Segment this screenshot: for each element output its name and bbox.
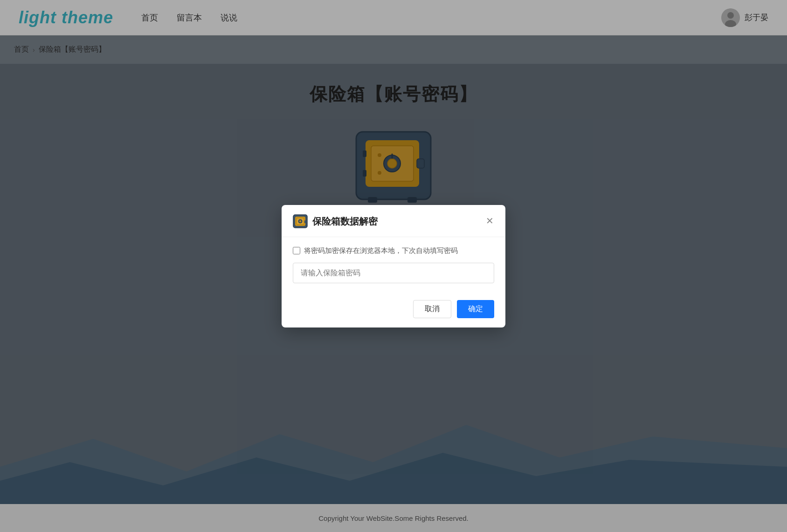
modal-footer: 取消 确定 xyxy=(282,293,505,327)
modal-overlay: 保险箱数据解密 ✕ 将密码加密保存在浏览器本地，下次自动填写密码 取消 确定 xyxy=(0,0,787,532)
modal-header: 保险箱数据解密 ✕ xyxy=(282,205,505,237)
confirm-button[interactable]: 确定 xyxy=(457,300,494,318)
save-password-row: 将密码加密保存在浏览器本地，下次自动填写密码 xyxy=(293,246,494,255)
save-password-label[interactable]: 将密码加密保存在浏览器本地，下次自动填写密码 xyxy=(304,246,458,255)
cancel-button[interactable]: 取消 xyxy=(413,300,451,318)
modal-safe-icon xyxy=(293,214,308,229)
decrypt-modal: 保险箱数据解密 ✕ 将密码加密保存在浏览器本地，下次自动填写密码 取消 确定 xyxy=(282,205,505,327)
close-button[interactable]: ✕ xyxy=(483,214,496,227)
modal-body: 将密码加密保存在浏览器本地，下次自动填写密码 xyxy=(282,237,505,293)
svg-rect-23 xyxy=(304,220,306,223)
password-input[interactable] xyxy=(293,263,494,283)
save-password-checkbox[interactable] xyxy=(293,247,300,254)
svg-point-22 xyxy=(299,220,301,222)
modal-title: 保险箱数据解密 xyxy=(312,215,378,228)
